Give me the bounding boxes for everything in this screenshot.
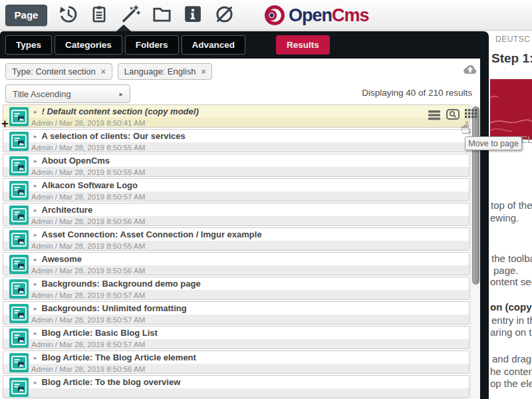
scribble-decoration [490,79,532,140]
item-title: Blog Article: The Blog Article element [42,352,196,362]
item-meta: Admin / Mar 28, 2019 8:50:57 AM [3,192,469,201]
item-meta: Admin / Mar 28, 2019 8:50:56 AM [3,216,469,226]
result-item[interactable]: ▸About OpenCmsAdmin / Mar 28, 2019 8:50:… [3,154,469,177]
item-meta: Admin / Mar 28, 2019 8:50:55 AM [3,241,469,251]
content-section-icon [9,353,29,372]
remove-filter-icon[interactable]: × [201,67,205,76]
editor-toolbar: Page OpenCms [0,0,532,31]
bg-red-image [490,79,532,140]
result-item[interactable]: ▸Backgrounds: Background demo pageAdmin … [3,277,469,300]
filter-chip-label: Type: Content section [12,66,96,76]
item-title: Architecture [42,205,93,215]
bg-text-fragment: aring on th [490,327,532,338]
tab-results[interactable]: Results [276,35,330,55]
bg-text-fragment: top of the [491,200,532,211]
selection-list-icon[interactable] [428,110,442,120]
expand-caret-icon[interactable]: ▸ [34,281,37,287]
expand-caret-icon[interactable]: ▸ [34,354,37,361]
result-item[interactable]: ▸Blog Article: To the blog overview [3,375,469,398]
opencms-logo-icon [262,3,287,28]
bg-text-fragment: and drag [492,353,531,364]
background-page: DEUTSC Step 1: ALELLtop of theewing.the … [489,31,532,399]
expand-caret-icon[interactable]: ▸ [34,256,37,263]
history-button[interactable] [57,4,79,27]
tab-categories[interactable]: Categories [55,35,122,55]
content-section-icon [9,230,29,249]
result-item[interactable]: ▸Alkacon Software LogoAdmin / Mar 28, 20… [3,178,469,201]
opencms-logo-text: OpenCms [289,5,369,26]
language-link[interactable]: DEUTSC [495,35,530,44]
content-section-icon [9,329,29,348]
expand-caret-icon[interactable]: ▸ [34,133,37,140]
item-meta: Admin / Mar 28, 2019 8:50:57 AM [3,290,469,300]
result-item[interactable]: ▸Blog Article: The Blog Article elementA… [3,350,469,374]
bg-text-fragment: ELL [521,134,532,145]
result-item[interactable]: ▸A selection of clients: Our servicesAdm… [3,129,469,152]
publish-button[interactable] [213,4,235,27]
bg-text-fragment: op the eler [490,378,532,389]
expand-caret-icon[interactable]: ▸ [34,207,37,213]
remove-filter-icon[interactable]: × [101,67,106,76]
copy-model-plus-badge: + [1,117,9,131]
item-meta: Admin / Mar 28, 2019 8:50:55 AM [3,167,469,177]
filter-chip[interactable]: Type: Content section× [5,63,112,80]
preview-icon[interactable] [446,109,460,120]
result-item[interactable]: ▸Backgrounds: Unlimited formattingAdmin … [3,301,469,325]
item-title: Awesome [42,254,82,264]
dialog-pointer-notch [116,25,131,31]
magic-wand-button[interactable] [119,4,142,27]
dialog-body: Type: Content section×Language: English×… [0,59,480,399]
expand-caret-icon[interactable]: ▸ [34,330,37,336]
item-title: ! Default content section (copy model) [42,106,199,116]
folder-button[interactable] [150,4,173,27]
filter-chip[interactable]: Language: English× [118,63,213,80]
content-section-icon [9,132,29,151]
item-meta: Admin / Mar 28, 2019 8:50:56 AM [3,364,469,374]
item-meta: Admin / Mar 28, 2019 8:50:55 AM [3,142,469,152]
filter-chips-row: Type: Content section×Language: English× [0,59,480,83]
bg-text-fragment: ewing. [490,212,519,223]
sort-order-label: Title Ascending [13,89,71,99]
tab-types[interactable]: Types [5,35,52,55]
item-meta: Admin / Mar 28, 2019 8:50:57 AM [3,339,469,349]
item-meta: Admin / Mar 28, 2019 8:50:57 AM [3,315,469,325]
clipboard-button[interactable] [88,4,110,27]
expand-caret-icon[interactable]: ▸ [34,182,37,189]
sort-order-button[interactable]: Title Ascending ▸ [5,84,130,103]
result-item[interactable]: ▸AwesomeAdmin / Mar 28, 2019 8:50:56 AM [3,252,469,275]
upload-button[interactable] [462,62,479,79]
clipboard-icon [89,4,109,27]
tab-advanced[interactable]: Advanced [182,35,246,55]
expand-caret-icon[interactable]: ▸ [34,231,37,238]
expand-caret-icon[interactable]: ▸ [34,108,37,115]
bg-text-fragment: ontent sec [490,276,532,287]
expand-caret-icon[interactable]: ▸ [34,379,37,386]
result-item[interactable]: ▸Asset Connection: Asset Connection / Im… [3,227,469,251]
page-button[interactable]: Page [5,5,47,26]
history-icon [58,4,78,27]
result-item[interactable]: ▸Blog Article: Basic Blog ListAdmin / Ma… [3,326,469,349]
info-button[interactable] [182,4,204,27]
expand-caret-icon[interactable]: ▸ [34,158,37,164]
result-item[interactable]: ▸ArchitectureAdmin / Mar 28, 2019 8:50:5… [3,203,469,226]
filter-chip-label: Language: English [124,66,196,76]
content-section-icon [9,205,29,225]
tab-folders[interactable]: Folders [125,35,179,55]
screen: DEUTSC Step 1: ALELLtop of theewing.the … [0,0,532,399]
content-section-icon [9,279,29,299]
item-title: About OpenCms [42,156,110,166]
chevron-right-icon: ▸ [119,90,123,98]
scrollbar-thumb[interactable] [472,106,479,285]
expand-caret-icon[interactable]: ▸ [34,305,37,312]
bg-text-fragment: on (copy n [490,301,532,313]
item-title: Blog Article: To the blog overview [42,377,181,387]
dialog-tab-bar: TypesCategoriesFoldersAdvancedResults [0,31,489,59]
content-section-icon [9,304,29,323]
item-title: Backgrounds: Background demo page [42,279,201,289]
tooltip: Move to page [465,136,522,150]
result-item[interactable]: ▸! Default content section (copy model)A… [3,104,469,128]
content-section-icon [9,107,29,126]
item-title: Backgrounds: Unlimited formatting [42,303,187,313]
item-action-buttons [428,109,477,120]
results-summary: Displaying 40 of 210 results [362,88,472,98]
